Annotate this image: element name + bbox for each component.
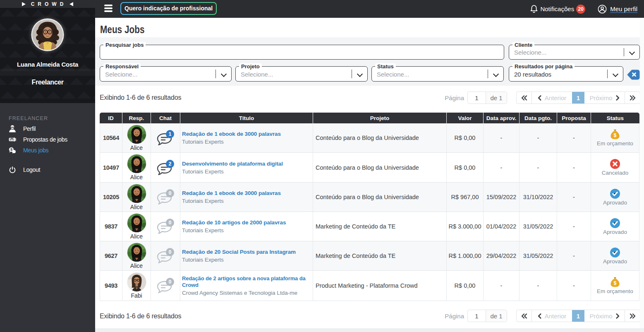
svg-text:$: $ bbox=[10, 147, 12, 152]
